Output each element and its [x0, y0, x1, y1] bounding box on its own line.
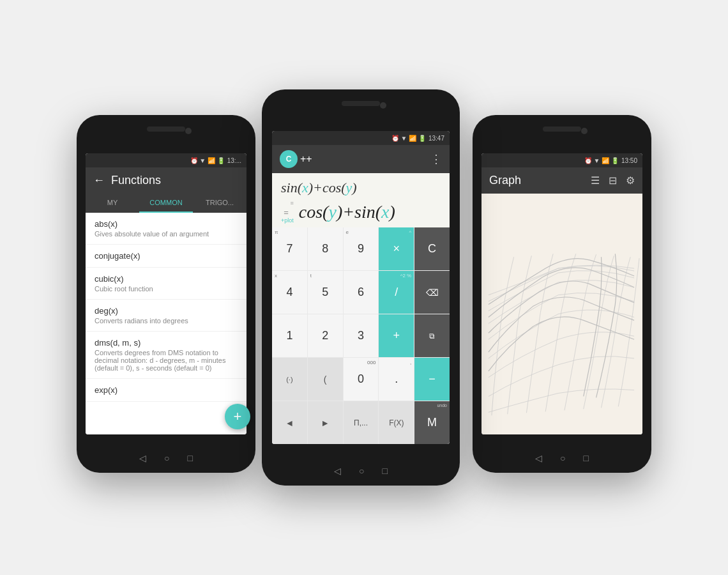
right-camera: [581, 128, 588, 134]
calc-logo: C ++: [280, 150, 312, 168]
func-item-conjugate[interactable]: conjugate(x): [86, 245, 246, 268]
func-item-abs[interactable]: abs(x) Gives absolute value of an argume…: [86, 213, 246, 245]
back-arrow-icon[interactable]: ←: [93, 174, 105, 187]
center-recents-btn[interactable]: □: [383, 466, 388, 476]
center-nav: ◁ ○ □: [262, 466, 460, 476]
func-name-abs: abs(x): [95, 219, 238, 229]
key-8[interactable]: 8: [308, 227, 343, 270]
key-5-sublabel: t: [310, 273, 312, 279]
tab-my[interactable]: MY: [86, 194, 139, 211]
key-9[interactable]: e9: [344, 227, 379, 270]
key-decimal[interactable]: ,.: [379, 358, 414, 401]
key-constants[interactable]: Π,...: [344, 401, 379, 444]
logo-icon: C: [280, 150, 298, 168]
key-paren-dot[interactable]: (·): [272, 358, 307, 401]
right-home-btn[interactable]: ○: [560, 453, 565, 463]
key-multiply[interactable]: ^×: [379, 227, 414, 270]
left-screen: ⏰ ▼ 📶 🔋 13:... ← Functions MY COMMON TRI…: [86, 153, 246, 434]
key-backspace[interactable]: ⌫: [414, 271, 450, 314]
calculator-display: sin(x)+cos(y) ≡ = +plot cos(y)+sin(x): [272, 173, 450, 227]
graph-canvas: [482, 194, 642, 434]
func-item-cubic[interactable]: cubic(x) Cubic root function: [86, 268, 246, 300]
left-status-bar: ⏰ ▼ 📶 🔋 13:...: [86, 153, 246, 167]
graph-svg: [482, 194, 642, 434]
graph-title: Graph: [489, 174, 521, 187]
func-item-dms[interactable]: dms(d, m, s) Converts degrees from DMS n…: [86, 332, 246, 379]
right-back-btn[interactable]: ◁: [535, 453, 542, 463]
func-desc-dms: Converts degrees from DMS notation to de…: [95, 349, 238, 372]
phone-right: ⏰ ▼ 📶 🔋 13:50 Graph ☰ ⊟ ⚙: [473, 115, 651, 473]
equals-sign: =: [284, 208, 289, 217]
right-recents-btn[interactable]: □: [584, 453, 589, 463]
key-divide[interactable]: ^2 %/: [379, 271, 414, 314]
graph-header-icons: ☰ ⊟ ⚙: [591, 174, 635, 187]
key-7[interactable]: π7: [272, 227, 307, 270]
functions-list: abs(x) Gives absolute value of an argume…: [86, 213, 246, 434]
center-back-btn[interactable]: ◁: [334, 466, 341, 476]
tab-trigono[interactable]: TRIGO...: [193, 194, 246, 211]
key-5[interactable]: t5: [308, 271, 343, 314]
save-icon[interactable]: ⊟: [609, 174, 617, 187]
center-status-icons: ⏰ ▼ 📶 🔋: [391, 135, 426, 142]
key-clear[interactable]: C: [414, 227, 450, 270]
key-minus[interactable]: −: [414, 358, 450, 401]
key-right-arrow[interactable]: ►: [308, 401, 343, 444]
key-open-paren[interactable]: (: [308, 358, 343, 401]
tab-common[interactable]: COMMON: [139, 194, 193, 211]
right-nav: ◁ ○ □: [473, 453, 651, 463]
func-name-cubic: cubic(x): [95, 274, 238, 284]
key-divide-sublabel: ^2 %: [400, 273, 412, 279]
functions-title: Functions: [111, 174, 161, 187]
key-functions[interactable]: F(X): [379, 401, 414, 444]
func-name-exp: exp(x): [95, 385, 238, 395]
equals-sub: ≡: [291, 200, 294, 206]
logo-text: ++: [300, 153, 312, 165]
add-function-button[interactable]: +: [225, 404, 250, 429]
func-item-deg[interactable]: deg(x) Converts radians into degrees: [86, 300, 246, 332]
center-status-time: 13:47: [428, 135, 444, 142]
key-6[interactable]: 6: [344, 271, 379, 314]
key-multiply-sublabel: ^: [409, 229, 411, 235]
right-status-bar: ⏰ ▼ 📶 🔋 13:50: [482, 153, 642, 167]
key-2[interactable]: 2: [308, 314, 343, 357]
list-icon[interactable]: ☰: [591, 174, 600, 187]
calc-result-row: ≡ = +plot cos(y)+sin(x): [281, 200, 441, 224]
key-3[interactable]: 3: [344, 314, 379, 357]
key-0[interactable]: 0000: [344, 358, 379, 401]
key-4-sublabel: x: [275, 273, 277, 279]
graph-header: Graph ☰ ⊟ ⚙: [482, 167, 642, 194]
key-4[interactable]: x4: [272, 271, 307, 314]
func-desc-cubic: Cubic root function: [95, 285, 238, 293]
right-status-icons: ⏰ ▼ 📶 🔋: [584, 157, 619, 164]
key-memory[interactable]: undoM: [414, 401, 450, 444]
phone-left: ⏰ ▼ 📶 🔋 13:... ← Functions MY COMMON TRI…: [77, 115, 255, 473]
more-options-icon[interactable]: ⋮: [430, 152, 442, 166]
phone-center: ⏰ ▼ 📶 🔋 13:47 C ++ ⋮ sin(x)+cos(y): [262, 89, 460, 486]
left-nav: ◁ ○ □: [77, 453, 255, 463]
center-notch: [342, 101, 380, 106]
func-item-exp[interactable]: exp(x): [86, 379, 246, 402]
calc-result: cos(y)+sin(x): [299, 202, 441, 222]
back-nav-btn[interactable]: ◁: [139, 453, 146, 463]
func-name-deg: deg(x): [95, 306, 238, 316]
center-screen: ⏰ ▼ 📶 🔋 13:47 C ++ ⋮ sin(x)+cos(y): [272, 131, 450, 444]
settings-icon[interactable]: ⚙: [626, 174, 635, 187]
calculator-header: C ++ ⋮: [272, 145, 450, 173]
func-desc-deg: Converts radians into degrees: [95, 317, 238, 325]
plus-plot: +plot: [281, 217, 294, 224]
right-notch: [543, 126, 581, 132]
key-copy[interactable]: ⧉: [414, 314, 450, 357]
key-plus[interactable]: +: [379, 314, 414, 357]
home-nav-btn[interactable]: ○: [164, 453, 169, 463]
center-home-btn[interactable]: ○: [359, 466, 364, 476]
phones-container: ⏰ ▼ 📶 🔋 13:... ← Functions MY COMMON TRI…: [77, 64, 651, 511]
key-left-arrow[interactable]: ◄: [272, 401, 307, 444]
center-camera: [380, 102, 386, 109]
left-camera: [185, 128, 192, 134]
functions-header: ← Functions: [86, 167, 246, 194]
func-name-dms: dms(d, m, s): [95, 338, 238, 348]
recents-nav-btn[interactable]: □: [188, 453, 193, 463]
calculator-keypad: π7 8 e9 ^× C x4 t5 6 ^2 %/ ⌫ 1 2 3 + ⧉: [272, 227, 450, 444]
functions-tabs: MY COMMON TRIGO...: [86, 194, 246, 213]
key-1[interactable]: 1: [272, 314, 307, 357]
